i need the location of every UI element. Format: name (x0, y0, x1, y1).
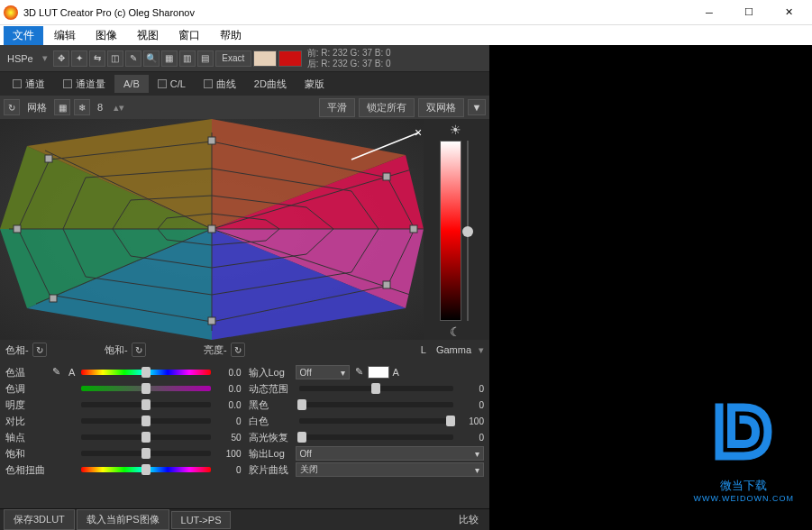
maximize-button[interactable]: ☐ (729, 0, 769, 25)
tab-channel-amt[interactable]: 通道量 (54, 74, 114, 95)
svg-rect-28 (45, 155, 52, 162)
toolbar-top: HSPe ▾ ✥ ✦ ⇆ ◫ ✎ 🔍 ▦ ▥ ▤ Exact 前: R: 232… (0, 45, 489, 72)
save-3dlut-button[interactable]: 保存3DLUT (4, 509, 75, 530)
menu-window[interactable]: 窗口 (169, 26, 209, 45)
tab-2d-curves[interactable]: 2D曲线 (245, 74, 296, 95)
reset-sat-icon[interactable]: ↻ (132, 343, 146, 357)
slider-temp[interactable] (81, 370, 211, 375)
color-gradient[interactable] (440, 141, 461, 321)
watermark: 微当下载 WWW.WEIDOWN.COM (694, 391, 794, 503)
slider-tint[interactable] (81, 386, 211, 391)
close-button[interactable]: ✕ (769, 0, 808, 25)
bottom-bar: 保存3DLUT 载入当前PS图像 LUT->PS 比较 (0, 508, 489, 530)
menu-view[interactable]: 视图 (128, 26, 168, 45)
tool-icon[interactable]: ▥ (179, 50, 196, 67)
svg-rect-24 (208, 137, 215, 144)
grid-icon[interactable]: ▦ (54, 99, 70, 115)
tool-icon[interactable]: ⇆ (89, 50, 105, 67)
brightness-icon[interactable]: ☀ (450, 123, 461, 137)
svg-rect-25 (410, 225, 417, 233)
slider-pivot[interactable] (81, 434, 211, 440)
axis-labels: 色相-↻ 饱和-↻ 亮度-↻ L Gamma▾ (0, 340, 489, 360)
tool-icon[interactable]: ✦ (71, 50, 87, 67)
slider-black[interactable] (299, 402, 454, 407)
params-right: 输入Log Off▾ ✎ A 动态范围 0 黑色 0 (249, 365, 485, 503)
tab-mask[interactable]: 蒙版 (296, 74, 333, 95)
load-ps-button[interactable]: 载入当前PS图像 (77, 509, 169, 530)
preview-area: 微当下载 WWW.WEIDOWN.COM (489, 45, 812, 530)
smooth-button[interactable]: 平滑 (319, 98, 355, 117)
minimize-button[interactable]: ─ (689, 0, 729, 25)
input-log-dropdown[interactable]: Off▾ (296, 365, 350, 379)
white-swatch[interactable] (368, 366, 389, 379)
menu-file[interactable]: 文件 (4, 26, 43, 45)
exact-button[interactable]: Exact (215, 50, 251, 67)
params-left: 色温 ✎ A 0.0 色调 0.0 明度 0.0 对比 (5, 365, 242, 503)
output-log-dropdown[interactable]: Off▾ (296, 446, 485, 461)
reset-hue-icon[interactable]: ↻ (32, 343, 47, 357)
svg-rect-27 (14, 225, 21, 233)
mode-label[interactable]: HSPe (4, 53, 37, 64)
app-icon (4, 5, 18, 20)
eyedropper-icon[interactable]: ✎ (355, 366, 368, 379)
svg-text:×: × (415, 125, 422, 140)
slider-hue-twist[interactable] (81, 467, 211, 472)
tool-icon[interactable]: ▤ (197, 50, 214, 67)
tab-ab[interactable]: A/B (114, 75, 149, 93)
move-icon[interactable]: ✥ (53, 50, 69, 67)
net-label: 网格 (23, 101, 50, 114)
svg-rect-30 (383, 281, 390, 288)
grid-toolbar: ↻ 网格 ▦ ❄ 8 ▴▾ 平滑 锁定所有 双网格 ▼ (0, 96, 489, 119)
vslider-thumb[interactable] (462, 226, 473, 237)
eyedropper-icon[interactable]: ✎ (52, 366, 65, 379)
dropdown-icon[interactable]: ▼ (468, 99, 486, 115)
grid-value[interactable]: 8 (94, 102, 106, 113)
color-swatch-1[interactable] (253, 50, 277, 67)
tab-cl[interactable]: C/L (149, 75, 195, 93)
svg-rect-23 (208, 225, 215, 233)
slider-brightness[interactable] (81, 402, 211, 407)
menu-image[interactable]: 图像 (87, 26, 126, 45)
moon-icon[interactable]: ☾ (450, 324, 461, 339)
slider-highlight[interactable] (299, 434, 454, 440)
slider-dynrange[interactable] (299, 386, 454, 391)
menu-edit[interactable]: 编辑 (45, 26, 85, 45)
menubar: 文件 编辑 图像 视图 窗口 帮助 (0, 25, 812, 45)
snow-icon[interactable]: ❄ (74, 99, 90, 115)
reload-icon[interactable]: ↻ (4, 99, 20, 115)
tabs-row: 通道 通道量 A/B C/L 曲线 2D曲线 蒙版 (0, 72, 489, 96)
rgb-before: 前: R: 232 G: 37 B: 0 (307, 48, 391, 59)
lut-to-ps-button[interactable]: LUT->PS (171, 511, 232, 529)
reset-lum-icon[interactable]: ↻ (231, 343, 245, 357)
auto-button[interactable]: A (389, 367, 403, 378)
slider-saturation[interactable] (81, 451, 211, 456)
dual-grid-button[interactable]: 双网格 (418, 98, 464, 117)
lock-all-button[interactable]: 锁定所有 (359, 98, 415, 117)
tab-channel[interactable]: 通道 (4, 74, 54, 95)
compare-label[interactable]: 比较 (452, 513, 486, 526)
color-swatch-2[interactable] (278, 50, 302, 67)
svg-rect-29 (383, 173, 390, 180)
color-grid[interactable]: × (0, 119, 424, 340)
window-title: 3D LUT Creator Pro (c) Oleg Sharonov (23, 7, 689, 18)
zoom-icon[interactable]: 🔍 (143, 50, 160, 67)
rgb-after: 后: R: 232 G: 37 B: 0 (307, 59, 391, 69)
tab-curves[interactable]: 曲线 (195, 74, 245, 95)
svg-rect-26 (208, 317, 215, 324)
svg-rect-31 (50, 295, 57, 302)
eyedropper-icon[interactable]: ✎ (125, 50, 141, 67)
slider-contrast[interactable] (81, 418, 211, 424)
tool-icon[interactable]: ▦ (161, 50, 178, 67)
slider-white[interactable] (299, 418, 454, 424)
menu-help[interactable]: 帮助 (211, 26, 251, 45)
film-curve-dropdown[interactable]: 关闭▾ (296, 462, 485, 477)
marquee-icon[interactable]: ◫ (107, 50, 123, 67)
